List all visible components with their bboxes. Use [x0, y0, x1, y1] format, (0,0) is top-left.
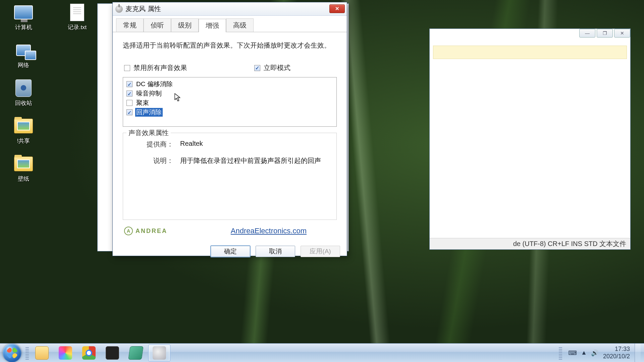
cancel-button[interactable]: 取消	[256, 246, 295, 257]
editor-info-bar	[433, 46, 627, 59]
tab-advanced[interactable]: 高级	[226, 18, 254, 32]
network-icon	[16, 45, 31, 56]
taskbar-grip-icon	[25, 346, 29, 360]
desktop-icon-wallpaper-folder[interactable]: 壁纸	[7, 155, 40, 183]
explorer-icon	[35, 346, 49, 360]
icon-label: 回收站	[15, 99, 32, 107]
tab-levels[interactable]: 级别	[171, 18, 199, 32]
description-label: 说明：	[130, 156, 180, 165]
tab-general[interactable]: 常规	[116, 18, 144, 32]
microphone-properties-dialog: 麦克风 属性 ✕ 常规 侦听 级别 增强 高级 选择适用于当前聆听配置的声音效果…	[112, 2, 347, 256]
icon-label: 壁纸	[18, 175, 29, 183]
desktop-icon-shared-folder[interactable]: !共享	[7, 117, 40, 145]
terminal-icon	[106, 346, 119, 360]
desktop-icons: 计算机 记录.txt 网络 回收站 !共享 壁纸	[7, 3, 94, 183]
dialog-content: 选择适用于当前聆听配置的声音效果。下次开始播放时更改才会生效。 禁用所有声音效果…	[113, 32, 347, 239]
dialog-titlebar[interactable]: 麦克风 属性 ✕	[113, 2, 347, 16]
recycle-bin-icon	[15, 79, 32, 97]
provider-value: Realtek	[180, 140, 203, 149]
maximize-button[interactable]: ❐	[597, 29, 613, 38]
apply-button: 应用(A)	[301, 246, 340, 257]
effect-noise-suppression[interactable]: 噪音抑制	[126, 89, 334, 98]
icon-label: !共享	[17, 137, 30, 145]
tab-enhancements[interactable]: 增强	[199, 19, 226, 32]
ok-button[interactable]: 确定	[211, 246, 250, 257]
effect-label: 聚束	[135, 99, 150, 107]
chrome-icon	[82, 346, 96, 360]
icon-label: 网络	[18, 61, 29, 69]
folder-icon	[14, 157, 33, 171]
icon-label: 计算机	[15, 23, 32, 31]
checkbox-label: 禁用所有声音效果	[133, 63, 187, 72]
status-text: de (UTF-8) CR+LF INS STD 文本文件	[513, 239, 626, 248]
computer-icon	[14, 5, 33, 19]
clock-date: 2020/10/2	[603, 353, 630, 360]
icon-label: 记录.txt	[68, 23, 87, 31]
checkbox-icon	[124, 65, 130, 71]
checkbox-label: 立即模式	[264, 63, 290, 72]
tray-volume-icon[interactable]: 🔊	[591, 349, 598, 357]
effect-echo-cancel[interactable]: 回声消除	[126, 108, 334, 117]
checkbox-icon	[126, 100, 132, 106]
taskbar-explorer[interactable]	[31, 345, 53, 361]
editor-status-bar: de (UTF-8) CR+LF INS STD 文本文件	[430, 238, 630, 249]
tray-grip-icon	[559, 346, 562, 360]
window-controls: — ❐ ✕	[578, 29, 630, 38]
effect-properties-group: 声音效果属性 提供商： Realtek 说明： 用于降低在录音过程中前置扬声器所…	[123, 133, 337, 220]
dialog-button-row: 确定 取消 应用(A)	[211, 246, 340, 257]
system-tray: ⌨ ▲ 🔊 17:33 2020/10/2	[557, 344, 644, 362]
effects-listbox[interactable]: DC 偏移消除 噪音抑制 聚束 回声消除	[123, 77, 337, 127]
dialog-tabs: 常规 侦听 级别 增强 高级	[113, 16, 347, 32]
start-button[interactable]	[3, 344, 21, 362]
taskbar-chrome[interactable]	[78, 345, 100, 361]
desktop-icon-textfile[interactable]: 记录.txt	[60, 3, 94, 31]
close-button[interactable]: ✕	[614, 29, 630, 38]
sound-icon	[153, 346, 166, 360]
dialog-close-button[interactable]: ✕	[329, 4, 345, 13]
textfile-icon	[70, 4, 84, 21]
tray-keyboard-icon[interactable]: ⌨	[568, 349, 577, 357]
immediate-mode-checkbox[interactable]: 立即模式	[254, 63, 290, 72]
effect-dc-offset-cancel[interactable]: DC 偏移消除	[126, 79, 334, 89]
disable-all-effects-checkbox[interactable]: 禁用所有声音效果	[124, 63, 187, 72]
vendor-website-link[interactable]: AndreaElectronics.com	[231, 227, 307, 235]
checkbox-icon	[254, 65, 260, 71]
notepad-icon	[128, 346, 144, 360]
taskbar: ⌨ ▲ 🔊 17:33 2020/10/2	[0, 343, 644, 362]
tray-chevron-up-icon[interactable]: ▲	[581, 349, 587, 356]
microphone-icon	[115, 5, 123, 13]
vendor-logo: A ANDREA	[124, 227, 167, 235]
minimize-button[interactable]: —	[579, 29, 595, 38]
effect-label: 噪音抑制	[135, 89, 163, 98]
background-editor-window: — ❐ ✕ de (UTF-8) CR+LF INS STD 文本文件	[429, 28, 631, 250]
checkbox-icon	[126, 90, 132, 97]
browser-icon	[59, 346, 72, 360]
show-desktop-button[interactable]	[635, 344, 641, 362]
taskbar-clock[interactable]: 17:33 2020/10/2	[603, 346, 630, 360]
checkbox-icon	[126, 81, 132, 87]
tab-listen[interactable]: 侦听	[144, 18, 171, 32]
clock-time: 17:33	[603, 346, 630, 353]
desktop-icon-computer[interactable]: 计算机	[7, 3, 40, 31]
folder-icon	[14, 119, 33, 133]
desktop-icon-network[interactable]: 网络	[7, 41, 40, 69]
taskbar-browser[interactable]	[54, 345, 76, 361]
vendor-logo-text: ANDREA	[136, 228, 167, 235]
effect-label: DC 偏移消除	[135, 80, 174, 88]
effect-beam-forming[interactable]: 聚束	[126, 98, 334, 108]
taskbar-notepad[interactable]	[125, 345, 147, 361]
taskbar-sound[interactable]	[148, 345, 170, 361]
desktop-icon-recycle-bin[interactable]: 回收站	[7, 79, 40, 107]
description-value: 用于降低在录音过程中前置扬声器所引起的回声	[180, 156, 321, 165]
taskbar-terminal[interactable]	[101, 345, 123, 361]
dialog-title: 麦克风 属性	[125, 4, 161, 13]
vendor-logo-icon: A	[124, 227, 133, 235]
effect-label: 回声消除	[135, 108, 163, 117]
provider-label: 提供商：	[130, 140, 180, 149]
enhancement-description: 选择适用于当前聆听配置的声音效果。下次开始播放时更改才会生效。	[123, 41, 337, 50]
group-title: 声音效果属性	[126, 128, 171, 137]
checkbox-icon	[126, 109, 132, 115]
